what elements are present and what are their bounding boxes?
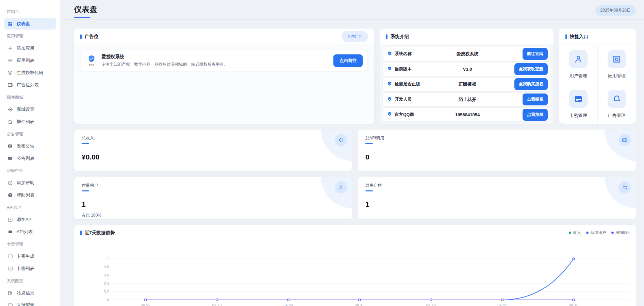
manage-ads-button[interactable]: 管理广告 <box>342 31 368 42</box>
quick-link-label: 应用管理 <box>608 73 626 79</box>
x-tick-label: 09-23 <box>212 303 222 306</box>
quick-link-应用管理[interactable]: 应用管理 <box>598 45 636 84</box>
card-lines-icon <box>7 266 13 271</box>
sidebar-item-仪表盘[interactable]: 仪表盘 <box>4 18 56 30</box>
quick-link-广告管理[interactable]: 广告管理 <box>598 84 636 124</box>
stat-label-underline <box>365 190 373 191</box>
bell-icon <box>608 90 626 108</box>
stat-label: 总用户数 <box>365 183 628 188</box>
stat-label: 总API调用 <box>365 135 628 141</box>
system-row-value: 1056841054 <box>445 112 490 117</box>
sidebar-item-广告位列表[interactable]: 广告位列表 <box>4 79 56 91</box>
sidebar-section-row: 应用管理 <box>4 30 56 42</box>
sidebar-item-label: 添加帮助 <box>17 180 34 186</box>
data-point[interactable] <box>573 258 575 260</box>
stat-label: 付费用户 <box>82 183 345 188</box>
system-row-button[interactable]: 点我获取更新 <box>514 63 548 75</box>
system-row-button[interactable]: 点我购买授权 <box>514 78 548 90</box>
sidebar-item-帮助列表[interactable]: 帮助列表 <box>4 189 56 201</box>
sidebar-item-站点信息[interactable]: 站点信息 <box>4 287 56 299</box>
layers-icon <box>7 70 13 75</box>
sidebar-item-添加API[interactable]: 添加API <box>4 214 56 225</box>
y-tick-label: 1 <box>107 257 109 261</box>
data-point[interactable] <box>359 299 361 301</box>
ad-item-description: 专注于知识产权、数字内容、品牌权益等领域的一站式授权服务平台。 <box>101 62 329 67</box>
sidebar-section-row: 公告管理 <box>4 128 56 140</box>
sidebar-item-row: 广告位列表 <box>4 79 56 91</box>
sidebar-item-label: 发布公告 <box>17 143 34 149</box>
stat-value: 1 <box>365 200 628 208</box>
data-point[interactable] <box>430 299 432 301</box>
data-point[interactable] <box>145 299 147 301</box>
data-point[interactable] <box>216 299 218 301</box>
stat-value: 0 <box>365 153 628 161</box>
y-tick-label: 0.4 <box>104 282 109 286</box>
sidebar-item-商城设置[interactable]: 商城设置 <box>4 104 56 115</box>
system-row-label: 官方QQ群 <box>387 112 445 118</box>
legend-item-新增用户[interactable]: 新增用户 <box>586 230 606 235</box>
system-row-button[interactable]: 点我加群 <box>523 109 548 121</box>
quick-link-label: 广告管理 <box>608 113 626 119</box>
sidebar-item-卡密列表[interactable]: 卡密列表 <box>4 263 56 274</box>
sidebar-section-row: 控制台 <box>4 5 56 18</box>
system-row-label-text: 当前版本 <box>395 66 412 72</box>
sidebar-item-label: 广告位列表 <box>17 82 39 88</box>
ad-board-icon <box>7 82 13 88</box>
data-point[interactable] <box>573 299 575 301</box>
sidebar-item-发布公告[interactable]: 发布公告 <box>4 140 56 152</box>
sidebar-item-row: 添加应用 <box>4 42 56 54</box>
legend-label: 新增用户 <box>590 230 606 235</box>
sidebar-item-row: 站点信息 <box>4 287 56 299</box>
plus-icon <box>7 46 13 51</box>
sidebar-item-label: 添加API <box>17 217 33 223</box>
sidebar-section-label: 公告管理 <box>4 131 23 137</box>
sidebar-item-label: 添加应用 <box>17 45 34 51</box>
system-row: 系统名称爱授权系统前往官网 <box>383 47 550 61</box>
system-row-value: 陌上花开 <box>445 97 490 103</box>
system-row-value: 爱授权系统 <box>445 51 490 57</box>
sidebar-item-插件列表[interactable]: 插件列表 <box>4 116 56 128</box>
sidebar-item-row: 卡密列表 <box>4 262 56 275</box>
info-icon <box>7 180 13 186</box>
card-icon <box>7 303 13 306</box>
sidebar-item-row: 生成授权代码 <box>4 67 56 79</box>
data-point[interactable] <box>501 299 503 301</box>
data-point[interactable] <box>287 299 289 301</box>
legend-item-收入[interactable]: 收入 <box>569 230 581 235</box>
quick-link-用户管理[interactable]: 用户管理 <box>559 45 598 84</box>
ad-item: 爱授权 爱授权系统 专注于知识产权、数字内容、品牌权益等领域的一站式授权服务平台… <box>81 50 367 71</box>
sidebar-item-生成授权代码[interactable]: 生成授权代码 <box>4 67 56 79</box>
sidebar-item-API列表[interactable]: API列表 <box>4 226 56 238</box>
ad-card-title: 广告位 <box>85 34 99 40</box>
ad-card-body: 爱授权 爱授权系统 专注于知识产权、数字内容、品牌权益等领域的一站式授权服务平台… <box>74 45 374 124</box>
card-filled-icon <box>569 90 588 108</box>
x-tick-label: 09-27 <box>497 303 507 306</box>
sidebar-item-应用列表[interactable]: 应用列表 <box>4 55 56 66</box>
system-row-label: 开发人员 <box>387 97 445 103</box>
sidebar-item-label: 帮助列表 <box>17 192 34 198</box>
card-icon <box>7 254 13 259</box>
sidebar-item-row: 支付配置 <box>4 299 56 306</box>
sidebar-item-卡密生成[interactable]: 卡密生成 <box>4 251 56 262</box>
sidebar-item-支付配置[interactable]: 支付配置 <box>4 300 56 306</box>
stat-label-underline <box>365 143 373 144</box>
quick-link-卡密管理[interactable]: 卡密管理 <box>559 84 598 124</box>
system-row-button[interactable]: 前往官网 <box>523 48 548 60</box>
ad-logo-caption: 爱授权 <box>89 64 94 66</box>
system-row-button[interactable]: 点我联系 <box>523 94 548 105</box>
stat-label-underline <box>82 143 89 144</box>
accent-bar <box>80 34 82 39</box>
stat-card-付费用户: 付费用户1占比 100% <box>74 177 352 219</box>
sidebar-item-添加帮助[interactable]: 添加帮助 <box>4 177 56 189</box>
sidebar-item-公告列表[interactable]: 公告列表 <box>4 153 56 164</box>
ad-go-button[interactable]: 点击前往 <box>333 54 363 67</box>
legend-item-API调用[interactable]: API调用 <box>611 230 630 235</box>
sidebar-section-label: API管理 <box>4 205 21 210</box>
sidebar-section-label: 插件商城 <box>4 95 23 100</box>
logo-shield-icon <box>387 51 392 57</box>
sidebar-item-row: 商城设置 <box>4 103 56 116</box>
sidebar-section-label: 系统配置 <box>4 278 23 284</box>
sidebar-item-row: 卡密生成 <box>4 250 56 262</box>
sidebar-item-添加应用[interactable]: 添加应用 <box>4 42 56 54</box>
sidebar-item-row: 添加API <box>4 214 56 226</box>
